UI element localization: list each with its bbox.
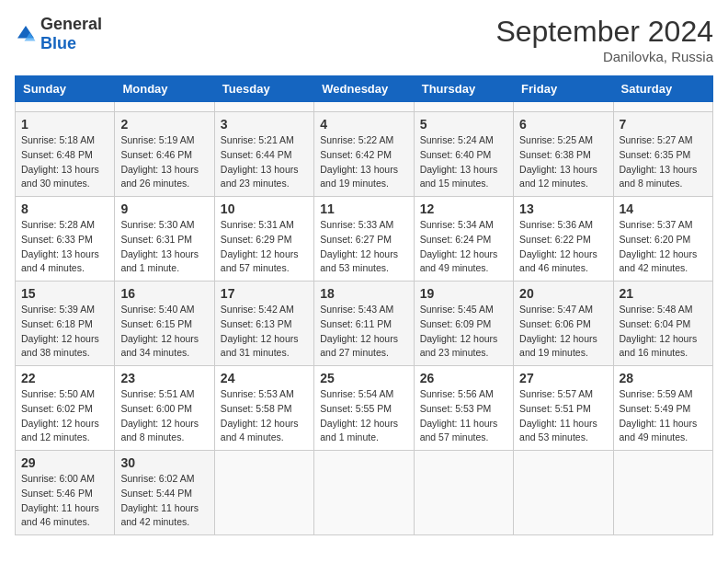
calendar-cell: 10Sunrise: 5:31 AMSunset: 6:29 PMDayligh… (214, 197, 313, 282)
day-info: Sunrise: 5:21 AMSunset: 6:44 PMDaylight:… (221, 133, 308, 191)
day-info: Sunrise: 5:56 AMSunset: 5:53 PMDaylight:… (420, 387, 507, 445)
day-number: 29 (21, 455, 108, 470)
calendar-cell (16, 102, 115, 112)
day-number: 9 (120, 201, 208, 216)
calendar-cell: 12Sunrise: 5:34 AMSunset: 6:24 PMDayligh… (414, 197, 513, 282)
calendar-cell: 19Sunrise: 5:45 AMSunset: 6:09 PMDayligh… (414, 282, 513, 366)
page-header: General Blue September 2024 Danilovka, R… (15, 15, 713, 64)
weekday-header-wednesday: Wednesday (314, 76, 414, 102)
day-info: Sunrise: 5:48 AMSunset: 6:04 PMDaylight:… (620, 303, 707, 361)
calendar-week-1 (16, 102, 713, 112)
day-info: Sunrise: 5:25 AMSunset: 6:38 PMDaylight:… (519, 133, 607, 191)
day-info: Sunrise: 5:24 AMSunset: 6:40 PMDaylight:… (420, 133, 507, 191)
calendar-cell: 11Sunrise: 5:33 AMSunset: 6:27 PMDayligh… (314, 197, 414, 282)
day-info: Sunrise: 5:18 AMSunset: 6:48 PMDaylight:… (21, 133, 108, 191)
day-info: Sunrise: 5:57 AMSunset: 5:51 PMDaylight:… (519, 387, 607, 445)
day-number: 18 (320, 286, 407, 301)
day-info: Sunrise: 5:39 AMSunset: 6:18 PMDaylight:… (21, 303, 108, 361)
calendar-cell: 6Sunrise: 5:25 AMSunset: 6:38 PMDaylight… (514, 112, 613, 197)
day-info: Sunrise: 5:28 AMSunset: 6:33 PMDaylight:… (21, 218, 108, 276)
calendar-cell: 30Sunrise: 6:02 AMSunset: 5:44 PMDayligh… (115, 451, 214, 535)
day-info: Sunrise: 5:45 AMSunset: 6:09 PMDaylight:… (420, 303, 507, 361)
day-number: 3 (221, 117, 308, 132)
calendar-cell (514, 102, 613, 112)
day-number: 7 (620, 117, 707, 132)
logo: General Blue (15, 15, 102, 53)
day-number: 21 (620, 286, 707, 301)
day-info: Sunrise: 5:36 AMSunset: 6:22 PMDaylight:… (519, 218, 607, 276)
day-number: 15 (21, 286, 108, 301)
day-number: 30 (120, 455, 208, 470)
day-info: Sunrise: 5:22 AMSunset: 6:42 PMDaylight:… (320, 133, 407, 191)
day-number: 6 (519, 117, 607, 132)
day-number: 26 (420, 371, 507, 385)
calendar-cell: 9Sunrise: 5:30 AMSunset: 6:31 PMDaylight… (115, 197, 214, 282)
calendar-cell: 22Sunrise: 5:50 AMSunset: 6:02 PMDayligh… (16, 366, 115, 451)
weekday-header-sunday: Sunday (16, 76, 115, 102)
calendar-cell: 26Sunrise: 5:56 AMSunset: 5:53 PMDayligh… (414, 366, 513, 451)
calendar-week-5: 22Sunrise: 5:50 AMSunset: 6:02 PMDayligh… (16, 366, 713, 451)
calendar-cell: 20Sunrise: 5:47 AMSunset: 6:06 PMDayligh… (514, 282, 613, 366)
logo-icon (15, 23, 37, 45)
calendar-cell (414, 451, 513, 535)
logo-general: General (40, 15, 102, 33)
calendar-cell: 4Sunrise: 5:22 AMSunset: 6:42 PMDaylight… (314, 112, 414, 197)
weekday-header-thursday: Thursday (414, 76, 513, 102)
location: Danilovka, Russia (495, 49, 713, 64)
calendar-cell: 28Sunrise: 5:59 AMSunset: 5:49 PMDayligh… (613, 366, 712, 451)
day-number: 25 (320, 371, 407, 385)
calendar-cell: 8Sunrise: 5:28 AMSunset: 6:33 PMDaylight… (16, 197, 115, 282)
day-info: Sunrise: 6:00 AMSunset: 5:46 PMDaylight:… (21, 472, 108, 530)
calendar-cell: 17Sunrise: 5:42 AMSunset: 6:13 PMDayligh… (214, 282, 313, 366)
calendar-cell (314, 102, 414, 112)
calendar-cell: 7Sunrise: 5:27 AMSunset: 6:35 PMDaylight… (613, 112, 712, 197)
calendar-cell (214, 451, 313, 535)
weekday-header-friday: Friday (514, 76, 613, 102)
calendar-cell: 25Sunrise: 5:54 AMSunset: 5:55 PMDayligh… (314, 366, 414, 451)
calendar-week-6: 29Sunrise: 6:00 AMSunset: 5:46 PMDayligh… (16, 451, 713, 535)
calendar-cell: 2Sunrise: 5:19 AMSunset: 6:46 PMDaylight… (115, 112, 214, 197)
weekday-header-monday: Monday (115, 76, 214, 102)
day-number: 14 (620, 201, 707, 216)
calendar-cell: 27Sunrise: 5:57 AMSunset: 5:51 PMDayligh… (514, 366, 613, 451)
calendar-week-2: 1Sunrise: 5:18 AMSunset: 6:48 PMDaylight… (16, 112, 713, 197)
day-number: 8 (21, 201, 108, 216)
calendar-cell: 14Sunrise: 5:37 AMSunset: 6:20 PMDayligh… (613, 197, 712, 282)
day-number: 23 (120, 371, 208, 385)
day-number: 28 (620, 371, 707, 385)
calendar-cell (414, 102, 513, 112)
day-info: Sunrise: 5:47 AMSunset: 6:06 PMDaylight:… (519, 303, 607, 361)
calendar-cell (613, 102, 712, 112)
day-number: 19 (420, 286, 507, 301)
calendar-cell: 5Sunrise: 5:24 AMSunset: 6:40 PMDaylight… (414, 112, 513, 197)
day-info: Sunrise: 5:50 AMSunset: 6:02 PMDaylight:… (21, 387, 108, 445)
day-number: 27 (519, 371, 607, 385)
calendar-cell (115, 102, 214, 112)
calendar-cell: 23Sunrise: 5:51 AMSunset: 6:00 PMDayligh… (115, 366, 214, 451)
calendar-cell (314, 451, 414, 535)
day-number: 12 (420, 201, 507, 216)
day-info: Sunrise: 5:30 AMSunset: 6:31 PMDaylight:… (120, 218, 208, 276)
day-number: 20 (519, 286, 607, 301)
weekday-header-row: SundayMondayTuesdayWednesdayThursdayFrid… (16, 76, 713, 102)
day-info: Sunrise: 5:59 AMSunset: 5:49 PMDaylight:… (620, 387, 707, 445)
day-info: Sunrise: 5:40 AMSunset: 6:15 PMDaylight:… (120, 303, 208, 361)
day-info: Sunrise: 5:43 AMSunset: 6:11 PMDaylight:… (320, 303, 407, 361)
day-info: Sunrise: 5:27 AMSunset: 6:35 PMDaylight:… (620, 133, 707, 191)
day-number: 4 (320, 117, 407, 132)
day-info: Sunrise: 5:51 AMSunset: 6:00 PMDaylight:… (120, 387, 208, 445)
calendar-cell: 24Sunrise: 5:53 AMSunset: 5:58 PMDayligh… (214, 366, 313, 451)
day-number: 5 (420, 117, 507, 132)
calendar-cell: 1Sunrise: 5:18 AMSunset: 6:48 PMDaylight… (16, 112, 115, 197)
day-info: Sunrise: 5:42 AMSunset: 6:13 PMDaylight:… (221, 303, 308, 361)
day-info: Sunrise: 5:19 AMSunset: 6:46 PMDaylight:… (120, 133, 208, 191)
title-block: September 2024 Danilovka, Russia (495, 15, 713, 64)
day-info: Sunrise: 5:54 AMSunset: 5:55 PMDaylight:… (320, 387, 407, 445)
calendar-cell (613, 451, 712, 535)
calendar-cell: 16Sunrise: 5:40 AMSunset: 6:15 PMDayligh… (115, 282, 214, 366)
day-info: Sunrise: 6:02 AMSunset: 5:44 PMDaylight:… (120, 472, 208, 530)
day-number: 16 (120, 286, 208, 301)
day-number: 11 (320, 201, 407, 216)
day-number: 24 (221, 371, 308, 385)
calendar-cell: 15Sunrise: 5:39 AMSunset: 6:18 PMDayligh… (16, 282, 115, 366)
